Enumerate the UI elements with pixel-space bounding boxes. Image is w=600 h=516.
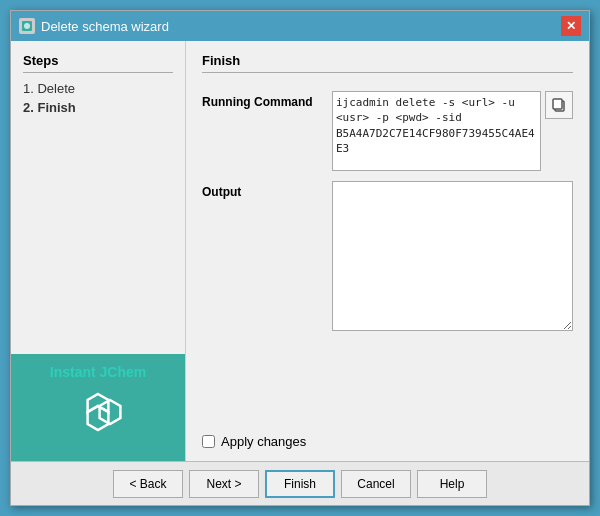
- title-bar: Delete schema wizard ✕: [11, 11, 589, 41]
- output-row: Output: [202, 181, 573, 420]
- sidebar: Steps 1. Delete 2. Finish Instant JChem: [11, 41, 186, 461]
- apply-changes-row: Apply changes: [202, 434, 573, 449]
- step-delete: 1. Delete: [23, 79, 173, 98]
- command-area: [332, 91, 573, 171]
- apply-changes-checkbox[interactable]: [202, 435, 215, 448]
- brand-section: Instant JChem: [11, 354, 185, 461]
- running-command-label: Running Command: [202, 91, 322, 109]
- brand-name: Instant JChem: [21, 364, 175, 380]
- dialog: Delete schema wizard ✕ Steps 1. Delete 2…: [10, 10, 590, 506]
- running-command-row: Running Command: [202, 91, 573, 171]
- close-button[interactable]: ✕: [561, 16, 581, 36]
- copy-button[interactable]: [545, 91, 573, 119]
- next-button[interactable]: Next >: [189, 470, 259, 498]
- steps-title: Steps: [23, 53, 173, 73]
- section-title: Finish: [202, 53, 573, 73]
- step-2-label: Finish: [37, 100, 75, 115]
- svg-rect-6: [553, 99, 562, 109]
- step-1-number: 1.: [23, 81, 37, 96]
- step-finish: 2. Finish: [23, 98, 173, 117]
- step-1-label: Delete: [37, 81, 75, 96]
- content-area: Steps 1. Delete 2. Finish Instant JChem: [11, 41, 589, 461]
- back-button[interactable]: < Back: [113, 470, 183, 498]
- app-icon: [19, 18, 35, 34]
- cancel-button[interactable]: Cancel: [341, 470, 411, 498]
- svg-point-1: [24, 23, 30, 29]
- svg-marker-4: [100, 400, 121, 424]
- step-2-number: 2.: [23, 100, 37, 115]
- title-bar-left: Delete schema wizard: [19, 18, 169, 34]
- main-panel: Finish Running Command Output: [186, 41, 589, 461]
- help-button[interactable]: Help: [417, 470, 487, 498]
- footer: < Back Next > Finish Cancel Help: [11, 461, 589, 505]
- steps-section: Steps 1. Delete 2. Finish: [11, 41, 185, 354]
- command-textbox[interactable]: [332, 91, 541, 171]
- finish-button[interactable]: Finish: [265, 470, 335, 498]
- apply-changes-label: Apply changes: [221, 434, 306, 449]
- output-label: Output: [202, 181, 322, 199]
- copy-icon: [551, 97, 567, 113]
- dialog-title: Delete schema wizard: [41, 19, 169, 34]
- brand-logo: [68, 388, 128, 448]
- output-textbox[interactable]: [332, 181, 573, 331]
